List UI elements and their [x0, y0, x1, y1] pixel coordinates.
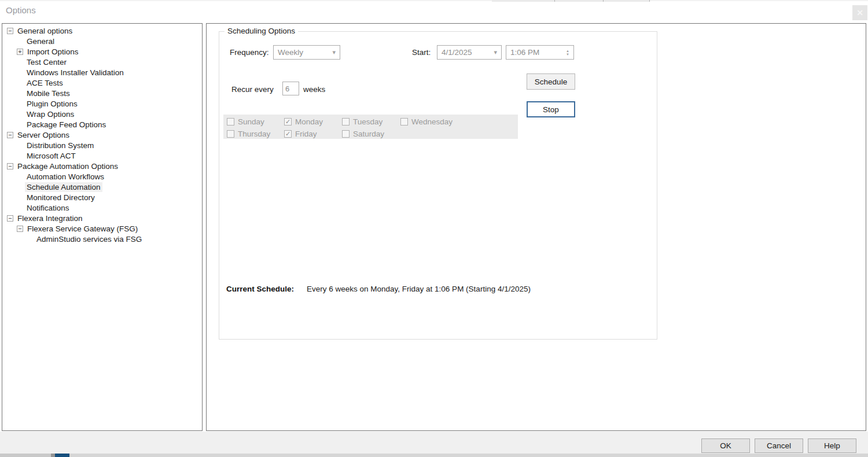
tree-item-label: Distribution System: [25, 141, 95, 150]
screen-bottom-edge: [0, 454, 868, 457]
tree-item-ace-tests[interactable]: ACE Tests: [2, 78, 202, 88]
tree-item-windows-installer-validation[interactable]: Windows Installer Validation: [2, 67, 202, 78]
tree-collapse-icon[interactable]: −: [7, 163, 13, 169]
day-label: Monday: [295, 117, 323, 126]
background-window-tab: [604, 0, 650, 2]
frequency-select[interactable]: Weekly ▾: [273, 45, 340, 60]
start-date-value: 4/1/2025: [442, 48, 472, 57]
tree-item-notifications[interactable]: Notifications: [2, 202, 202, 213]
checkbox-icon: [227, 118, 234, 126]
tree-item-label: Mobile Tests: [25, 89, 72, 98]
day-label: Thursday: [238, 130, 270, 138]
tree-item-package-feed-options[interactable]: Package Feed Options: [2, 119, 202, 130]
tree-item-flexera-integration[interactable]: − Flexera Integration: [2, 213, 202, 223]
tree-item-label: Automation Workflows: [25, 172, 106, 182]
tree-item-flexera-service-gateway[interactable]: − Flexera Service Gateway (FSG): [2, 223, 202, 234]
tree-item-label: Windows Installer Validation: [25, 68, 126, 78]
weekday-panel: Sunday ✓ Monday Tuesday Wednesday Thursd…: [223, 115, 518, 139]
tree-item-label: Package Feed Options: [25, 120, 108, 130]
tree-collapse-icon[interactable]: −: [17, 226, 23, 232]
tree-item-label: AdminStudio services via FSG: [35, 234, 144, 244]
checkbox-monday[interactable]: ✓ Monday: [284, 116, 323, 127]
tree-item-distribution-system[interactable]: Distribution System: [2, 140, 202, 150]
tree-item-label: General options: [16, 26, 74, 36]
tree-collapse-icon[interactable]: −: [7, 28, 13, 34]
checkbox-checked-icon: ✓: [284, 130, 292, 138]
tree-item-label: ACE Tests: [25, 78, 65, 88]
checkbox-icon: [342, 130, 350, 138]
tree-item-adminstudio-services-via-fsg[interactable]: AdminStudio services via FSG: [2, 234, 202, 244]
tree-item-automation-workflows[interactable]: Automation Workflows: [2, 171, 202, 182]
tree-item-mobile-tests[interactable]: Mobile Tests: [2, 88, 202, 98]
schedule-button[interactable]: Schedule: [527, 73, 575, 90]
footer-bar: OK Cancel Help: [0, 432, 868, 454]
stop-button[interactable]: Stop: [527, 101, 575, 117]
tree-item-label: General: [25, 36, 56, 46]
tree-item-label: Test Center: [25, 57, 68, 67]
day-label: Friday: [295, 130, 317, 138]
tree-item-server-options[interactable]: − Server Options: [2, 130, 202, 140]
checkbox-icon: [342, 118, 350, 126]
schedule-automation-page: Scheduling Options Frequency: Weekly ▾ S…: [206, 23, 866, 431]
tree-item-label: Schedule Automation: [25, 182, 102, 192]
checkbox-checked-icon: ✓: [284, 118, 292, 126]
close-button[interactable]: ✕: [852, 5, 867, 20]
tree-item-label: Microsoft ACT: [25, 151, 78, 161]
options-dialog: Options ✕ − General options General + Im…: [0, 0, 868, 457]
checkbox-icon: [227, 130, 234, 138]
tree-item-label: Plugin Options: [25, 99, 79, 109]
tree-item-label: Flexera Integration: [16, 213, 84, 223]
checkbox-saturday[interactable]: Saturday: [342, 128, 384, 139]
dialog-title: Options: [6, 5, 36, 15]
options-tree: − General options General + Import Optio…: [2, 23, 203, 431]
tree-item-import-options[interactable]: + Import Options: [2, 46, 202, 57]
taskbar-icon-fragment: [55, 454, 69, 457]
tree-item-microsoft-act[interactable]: Microsoft ACT: [2, 150, 202, 161]
weeks-label: weeks: [303, 82, 325, 97]
checkbox-tuesday[interactable]: Tuesday: [342, 116, 382, 127]
cancel-button[interactable]: Cancel: [755, 438, 803, 453]
taskbar-fragment: [51, 454, 55, 457]
chevron-down-icon: ▾: [494, 49, 497, 56]
current-schedule-value: Every 6 weeks on Monday, Friday at 1:06 …: [307, 285, 531, 293]
recur-every-label: Recur every: [231, 82, 274, 97]
checkbox-wednesday[interactable]: Wednesday: [400, 116, 453, 127]
chevron-down-icon: ▾: [332, 49, 336, 56]
tree-item-wrap-options[interactable]: Wrap Options: [2, 109, 202, 119]
day-label: Sunday: [238, 117, 264, 126]
day-label: Tuesday: [353, 117, 382, 126]
tree-expand-icon[interactable]: +: [17, 49, 23, 55]
tree-item-label: Wrap Options: [25, 109, 76, 119]
tree-item-general[interactable]: General: [2, 36, 202, 46]
checkbox-icon: [400, 118, 408, 126]
tree-item-schedule-automation[interactable]: Schedule Automation: [2, 182, 202, 192]
background-window-tab: [555, 0, 604, 2]
current-schedule-label: Current Schedule:: [226, 285, 294, 293]
start-time-spinner[interactable]: 1:06 PM ▲ ▼: [506, 45, 574, 60]
tree-item-label: Monitored Directory: [25, 193, 97, 202]
tree-item-plugin-options[interactable]: Plugin Options: [2, 98, 202, 109]
start-time-value: 1:06 PM: [510, 48, 539, 57]
current-schedule-row: Current Schedule: Every 6 weeks on Monda…: [226, 285, 294, 295]
start-date-select[interactable]: 4/1/2025 ▾: [437, 45, 502, 60]
tree-collapse-icon[interactable]: −: [7, 215, 13, 222]
help-button[interactable]: Help: [808, 438, 856, 453]
tree-item-label: Flexera Service Gateway (FSG): [25, 224, 139, 234]
frequency-value: Weekly: [278, 48, 303, 57]
ok-button[interactable]: OK: [701, 438, 750, 453]
taskbar-fragment: [69, 454, 868, 457]
tree-item-test-center[interactable]: Test Center: [2, 57, 202, 67]
recur-weeks-input[interactable]: [282, 82, 299, 95]
checkbox-sunday[interactable]: Sunday: [227, 116, 264, 127]
day-label: Saturday: [353, 130, 384, 138]
tree-item-monitored-directory[interactable]: Monitored Directory: [2, 192, 202, 202]
checkbox-thursday[interactable]: Thursday: [227, 128, 270, 139]
checkbox-friday[interactable]: ✓ Friday: [284, 128, 317, 139]
tree-item-label: Import Options: [25, 47, 80, 57]
tree-item-general-options[interactable]: − General options: [2, 25, 202, 36]
tree-collapse-icon[interactable]: −: [7, 132, 13, 138]
tree-item-label: Package Automation Options: [16, 161, 120, 171]
tree-item-package-automation-options[interactable]: − Package Automation Options: [2, 161, 202, 171]
tree-item-label: Server Options: [16, 130, 71, 140]
spin-down-icon: ▼: [566, 53, 569, 56]
